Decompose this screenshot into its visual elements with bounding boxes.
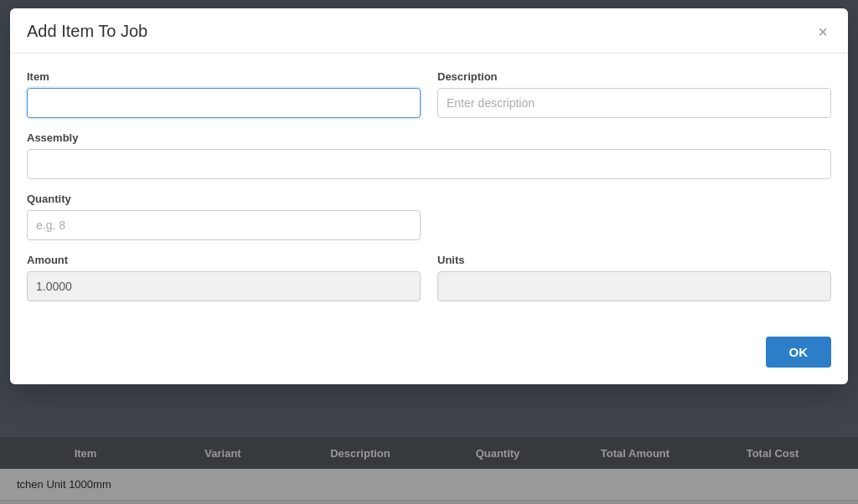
ok-button[interactable]: OK	[766, 337, 832, 368]
description-input[interactable]	[437, 88, 831, 118]
units-field-group: Units	[437, 254, 831, 301]
modal-close-button[interactable]: ×	[814, 23, 831, 40]
units-label: Units	[437, 254, 831, 266]
modal-overlay: Add Item To Job × Item Description Assem…	[0, 0, 858, 504]
item-input[interactable]	[27, 88, 421, 118]
modal-header: Add Item To Job ×	[10, 8, 848, 54]
quantity-label: Quantity	[27, 193, 421, 205]
form-row-2: Assembly	[27, 131, 831, 179]
assembly-label: Assembly	[27, 131, 831, 144]
modal-title: Add Item To Job	[27, 22, 147, 41]
description-field-group: Description	[437, 70, 831, 118]
amount-field-group: Amount	[27, 254, 421, 301]
item-label: Item	[27, 70, 421, 83]
form-row-4: Amount Units	[27, 254, 831, 301]
modal-footer: OK	[10, 328, 848, 384]
modal-dialog: Add Item To Job × Item Description Assem…	[10, 8, 848, 384]
assembly-field-group: Assembly	[27, 131, 831, 179]
units-input[interactable]	[437, 271, 831, 301]
item-field-group: Item	[27, 70, 421, 118]
assembly-input[interactable]	[27, 149, 831, 179]
modal-body: Item Description Assembly Quantity	[10, 54, 848, 328]
form-row-3: Quantity	[27, 193, 831, 240]
amount-input[interactable]	[27, 271, 421, 301]
form-row-1: Item Description	[27, 70, 831, 118]
quantity-input[interactable]	[27, 210, 421, 240]
description-label: Description	[437, 70, 831, 83]
quantity-field-group: Quantity	[27, 193, 421, 240]
amount-label: Amount	[27, 254, 421, 266]
